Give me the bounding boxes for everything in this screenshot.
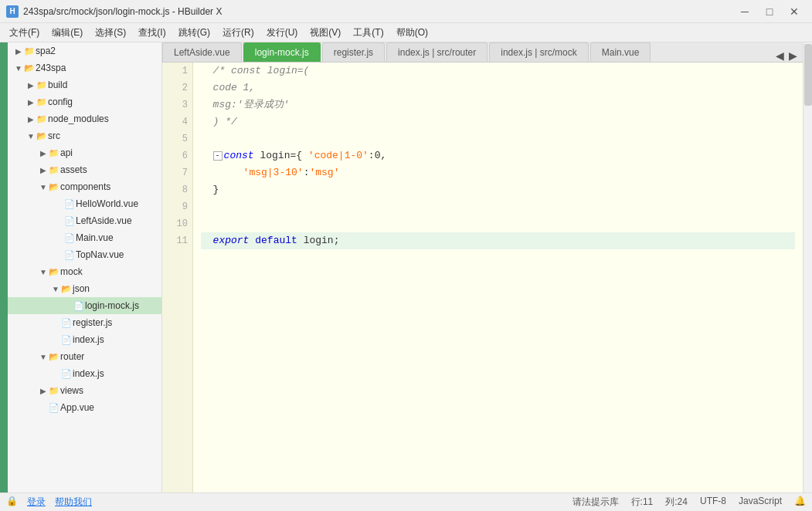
collapse-arrow-243spa: ▼ — [14, 64, 23, 73]
tab-leftaside[interactable]: LeftAside.vue — [162, 42, 242, 62]
folder-open-icon: 📂 — [48, 267, 60, 277]
sidebar-item-config[interactable]: ▶ 📁 config — [8, 93, 161, 110]
code-token: } — [201, 181, 219, 198]
status-encoding: UTF-8 — [700, 496, 726, 509]
sidebar-item-index-mock[interactable]: 📄 index.js — [8, 331, 161, 348]
code-line-1: /* const login=( — [201, 63, 795, 80]
line-num-8: 8 — [167, 181, 188, 198]
sidebar-item-views[interactable]: ▶ 📁 views — [8, 382, 161, 399]
sidebar-label-app-vue: App.vue — [60, 402, 161, 413]
tab-scroll-left[interactable]: ◀ — [773, 49, 787, 62]
maximize-button[interactable]: □ — [758, 4, 781, 19]
sidebar-label-register: register.js — [73, 317, 161, 328]
scrollbar-thumb[interactable] — [804, 44, 812, 106]
sidebar-item-topnav[interactable]: 📄 TopNav.vue — [8, 246, 161, 263]
main-layout: ▶ 📁 spa2 ▼ 📂 243spa ▶ 📁 build ▶ 📁 config — [0, 42, 812, 492]
sidebar-item-main-vue[interactable]: 📄 Main.vue — [8, 229, 161, 246]
status-login[interactable]: 登录 — [27, 496, 46, 509]
code-editor[interactable]: 1 2 3 4 5 6 7 8 9 10 11 /* const login=( — [162, 63, 803, 492]
sidebar-item-243spa[interactable]: ▼ 📂 243spa — [8, 59, 161, 76]
code-token: /* const login=( — [201, 63, 309, 80]
menu-view[interactable]: 视图(V) — [304, 23, 347, 42]
folder-icon: 📁 — [48, 148, 60, 158]
close-button[interactable]: ✕ — [783, 4, 806, 19]
sidebar-label-login-mock: login-mock.js — [85, 300, 161, 311]
menu-file[interactable]: 文件(F) — [3, 23, 46, 42]
collapse-arrow-mock: ▼ — [39, 268, 48, 276]
folder-icon: 📁 — [48, 386, 60, 396]
title-bar: H 243spa/src/mock/json/login-mock.js - H… — [0, 0, 812, 23]
menu-select[interactable]: 选择(S) — [89, 23, 132, 42]
sidebar-item-login-mock[interactable]: 📄 login-mock.js — [8, 297, 161, 314]
sidebar-label-assets: assets — [60, 164, 161, 175]
folder-icon: 📁 — [36, 114, 48, 124]
line-numbers: 1 2 3 4 5 6 7 8 9 10 11 — [162, 63, 193, 492]
sidebar-label-views: views — [60, 385, 161, 396]
sidebar-item-mock[interactable]: ▼ 📂 mock — [8, 263, 161, 280]
status-help[interactable]: 帮助我们 — [55, 496, 92, 509]
code-line-10 — [201, 215, 795, 232]
sidebar-item-api[interactable]: ▶ 📁 api — [8, 144, 161, 161]
code-token: msg:'登录成功' — [201, 96, 289, 113]
sidebar-item-app-vue[interactable]: 📄 App.vue — [8, 399, 161, 416]
code-token: :0, — [369, 147, 386, 164]
code-line-5 — [201, 130, 795, 147]
code-token: code 1, — [201, 80, 255, 96]
status-bar: 🔒 登录 帮助我们 请法提示库 行:11 列:24 UTF-8 JavaScri… — [0, 492, 812, 511]
sidebar-item-helloworld[interactable]: 📄 HelloWorld.vue — [8, 195, 161, 212]
folder-icon: 📁 — [48, 165, 60, 175]
sidebar-item-index-router[interactable]: 📄 index.js — [8, 365, 161, 382]
tab-register[interactable]: register.js — [322, 42, 385, 62]
editor-scrollbar[interactable] — [803, 42, 812, 492]
sidebar-item-components[interactable]: ▼ 📂 components — [8, 178, 161, 195]
file-icon: 📄 — [60, 318, 73, 328]
menu-find[interactable]: 查找(I) — [132, 23, 172, 42]
code-token — [201, 232, 213, 249]
code-token: default — [255, 232, 297, 249]
collapse-arrow-json: ▼ — [51, 285, 60, 293]
tab-index-router[interactable]: index.js | src/router — [386, 42, 488, 62]
tab-index-mock[interactable]: index.js | src/mock — [489, 42, 588, 62]
collapse-icon[interactable]: - — [213, 151, 223, 161]
tab-main-vue[interactable]: Main.vue — [590, 42, 651, 62]
sidebar-item-src[interactable]: ▼ 📂 src — [8, 127, 161, 144]
menu-run[interactable]: 运行(R) — [216, 23, 260, 42]
menu-edit[interactable]: 编辑(E) — [46, 23, 89, 42]
sidebar-item-leftaside[interactable]: 📄 LeftAside.vue — [8, 212, 161, 229]
tab-login-mock[interactable]: login-mock.js — [243, 42, 321, 62]
tab-scroll-right[interactable]: ▶ — [787, 49, 800, 62]
file-icon: 📄 — [48, 403, 60, 413]
menu-help[interactable]: 帮助(O) — [390, 23, 434, 42]
sidebar-item-router[interactable]: ▼ 📂 router — [8, 348, 161, 365]
collapse-arrow-api: ▶ — [39, 149, 48, 157]
folder-open-icon: 📂 — [48, 182, 60, 192]
code-line-7: 'msg|3-10' : 'msg' — [201, 164, 795, 181]
status-col: 列:24 — [665, 496, 688, 509]
tab-bar: LeftAside.vue login-mock.js register.js … — [162, 42, 803, 63]
sidebar-item-json[interactable]: ▼ 📂 json — [8, 280, 161, 297]
notification-icon[interactable]: 🔔 — [794, 496, 806, 509]
file-icon: 📄 — [63, 233, 76, 243]
file-icon: 📄 — [60, 335, 73, 345]
menu-tools[interactable]: 工具(T) — [347, 23, 389, 42]
sidebar-item-register[interactable]: 📄 register.js — [8, 314, 161, 331]
menu-jump[interactable]: 跳转(G) — [172, 23, 216, 42]
file-icon: 📄 — [63, 216, 76, 226]
status-left: 🔒 登录 帮助我们 — [6, 496, 563, 509]
collapse-arrow-config: ▶ — [26, 98, 36, 107]
collapse-arrow-src: ▼ — [26, 132, 36, 140]
sidebar-label-src: src — [48, 130, 161, 141]
line-num-4: 4 — [167, 113, 188, 130]
code-line-8: } — [201, 181, 795, 198]
app-icon: H — [6, 5, 19, 18]
file-icon: 📄 — [63, 199, 76, 209]
sidebar-item-build[interactable]: ▶ 📁 build — [8, 76, 161, 93]
sidebar-item-node-modules[interactable]: ▶ 📁 node_modules — [8, 110, 161, 127]
sidebar-item-spa2[interactable]: ▶ 📁 spa2 — [8, 42, 161, 59]
minimize-button[interactable]: ─ — [733, 4, 756, 19]
line-num-11: 11 — [167, 232, 188, 249]
sidebar-item-assets[interactable]: ▶ 📁 assets — [8, 161, 161, 178]
menu-publish[interactable]: 发行(U) — [260, 23, 304, 42]
code-token: 'msg|3-10' — [243, 164, 304, 181]
line-num-1: 1 — [167, 63, 188, 80]
